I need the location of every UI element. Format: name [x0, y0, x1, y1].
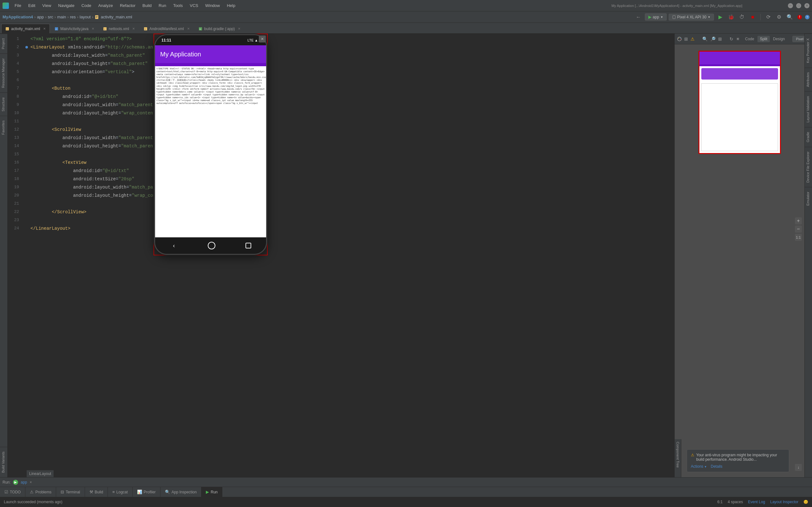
svg-rect-2 — [96, 17, 98, 17]
phone-recents-button[interactable] — [246, 243, 251, 248]
run-close-button[interactable]: × — [30, 480, 32, 485]
structure-tab[interactable]: Structure — [0, 93, 7, 116]
code-line-24: 24 </LinearLayout> — [8, 224, 674, 233]
menu-code[interactable]: Code — [78, 2, 95, 9]
rotate-icon[interactable]: ↻ — [729, 35, 733, 43]
bc-app[interactable]: app — [37, 14, 44, 19]
app-config-dropdown[interactable]: ▶ app ▼ — [645, 13, 667, 20]
device-file-explorer-tab[interactable]: Device File Explorer — [805, 147, 812, 187]
close-tab-1[interactable]: ✕ — [92, 27, 94, 31]
minimize-button[interactable]: ─ — [788, 3, 793, 8]
menu-edit[interactable]: Edit — [25, 2, 38, 9]
run-icon[interactable]: ▶ — [716, 13, 725, 21]
code-line-16: 16 <TextView — [8, 158, 674, 167]
night-mode-icon[interactable]: ☀ — [736, 35, 740, 43]
phone-home-button[interactable] — [208, 242, 215, 249]
app-title: My Application — [160, 51, 201, 58]
debug-icon[interactable]: 🐞 — [727, 13, 735, 21]
phone-back-button[interactable]: ‹ — [170, 242, 177, 249]
design-view-button[interactable]: Design — [770, 36, 787, 42]
phone-notch — [192, 35, 230, 43]
close-tab-4[interactable]: ✕ — [238, 27, 241, 31]
bc-src[interactable]: src — [48, 14, 53, 19]
tab-nettools[interactable]: X nettools.xml ✕ — [99, 24, 139, 33]
view-mode-tabs: Code Split Design — [743, 36, 787, 42]
phone-close-button[interactable]: ✕ — [259, 36, 266, 43]
gradle-tab[interactable]: Gradle — [805, 127, 812, 147]
menu-build[interactable]: Build — [139, 2, 155, 9]
tab-build-gradle[interactable]: G build.gradle (:app) ✕ — [194, 24, 245, 33]
info-indicator[interactable]: ? — [805, 15, 809, 19]
build-tab[interactable]: ⚒ Build — [85, 487, 108, 497]
menu-tools[interactable]: Tools — [170, 2, 186, 9]
profile-icon[interactable]: ⏱ — [738, 13, 746, 21]
logcat-icon: ≡ — [112, 490, 115, 494]
bc-layout[interactable]: layout — [80, 14, 91, 19]
code-line-15: 15 — [8, 150, 674, 158]
zoom-in-icon[interactable]: 🔍 — [702, 35, 708, 43]
menu-navigate[interactable]: Navigate — [55, 2, 78, 9]
bc-main[interactable]: main — [57, 14, 66, 19]
resource-manager-tab[interactable]: Resource Manager — [0, 54, 7, 93]
layout-inspector-link[interactable]: Layout Inspector — [770, 500, 798, 504]
tab-main-activity[interactable]: J MainActivity.java ✕ — [50, 24, 98, 33]
terminal-tab[interactable]: ⊟ Terminal — [56, 487, 85, 497]
close-tab-0[interactable]: ✕ — [43, 27, 46, 31]
profiler-tab[interactable]: 📊 Profiler — [133, 487, 160, 497]
fit-screen-icon[interactable]: ⊞ — [718, 35, 722, 43]
code-view-button[interactable]: Code — [743, 36, 757, 42]
tab-activity-main[interactable]: X activity_main.xml ✕ — [1, 24, 50, 33]
layout-validation-tab[interactable]: Layout Validation — [805, 91, 812, 127]
project-name[interactable]: MyApplication4 — [3, 14, 33, 19]
key-promoter-tab[interactable]: Key Promoter X — [805, 34, 812, 67]
project-tab[interactable]: Project — [0, 34, 7, 54]
attributes-tab[interactable]: Attributes — [805, 67, 812, 91]
details-link[interactable]: Details — [711, 464, 722, 469]
error-indicator[interactable]: ! — [798, 15, 802, 19]
sync-icon[interactable]: ⟳ — [764, 13, 773, 21]
run-app-name[interactable]: app — [20, 480, 27, 485]
menu-analyze[interactable]: Analyze — [95, 2, 116, 9]
bc-filename[interactable]: activity_main.xml — [95, 14, 132, 20]
menu-file[interactable]: File — [11, 2, 24, 9]
logcat-tab[interactable]: ≡ Logcat — [108, 487, 133, 497]
search-icon[interactable]: 🔍 — [785, 13, 794, 21]
app-inspection-tab[interactable]: 🔍 App Inspection — [160, 487, 201, 497]
stop-icon[interactable]: ■ — [748, 13, 757, 21]
zoom-reset-button[interactable]: 1:1 — [795, 234, 802, 241]
bottom-panel: ☑ TODO ⚠ Problems ⊟ Terminal ⚒ Build ≡ L… — [0, 487, 812, 497]
favorites-tab[interactable]: Favorites — [0, 116, 7, 139]
menu-help[interactable]: Help — [223, 2, 239, 9]
emulator-tab[interactable]: Emulator — [805, 187, 812, 210]
menu-view[interactable]: View — [39, 2, 54, 9]
zoom-out-button[interactable]: − — [795, 226, 802, 233]
zoom-out-icon[interactable]: 🔎 — [710, 35, 716, 43]
settings-icon[interactable]: ⚙ — [774, 13, 783, 21]
component-tree-icon[interactable]: ⊞ — [684, 35, 688, 43]
menu-run[interactable]: Run — [155, 2, 169, 9]
menu-refactor[interactable]: Refactor — [117, 2, 139, 9]
palette-icon[interactable] — [677, 35, 681, 43]
menu-vcs[interactable]: VCS — [187, 2, 201, 9]
build-variants-tab[interactable]: Build Variants — [0, 447, 7, 477]
status-message: Launch succeeded (moments ago) — [4, 500, 715, 504]
close-button[interactable]: ✕ — [804, 3, 809, 8]
code-lines: 1 <?xml version="1.0" encoding="utf-8"?>… — [8, 34, 674, 234]
navigate-back-icon[interactable]: ← — [634, 13, 643, 21]
warning-icon[interactable]: ⚠ — [691, 35, 695, 43]
problems-tab[interactable]: ⚠ Problems — [26, 487, 56, 497]
menu-window[interactable]: Window — [202, 2, 223, 9]
zoom-in-button[interactable]: + — [795, 217, 802, 224]
run-tab[interactable]: ▶ Run — [201, 487, 222, 497]
close-tab-2[interactable]: ✕ — [132, 27, 135, 31]
close-tab-3[interactable]: ✕ — [187, 27, 190, 31]
device-dropdown[interactable]: Pixel 4 XL API 30 ▼ — [669, 14, 714, 20]
menu-items: File Edit View Navigate Code Analyze Ref… — [11, 2, 566, 9]
todo-tab[interactable]: ☑ TODO — [0, 487, 26, 497]
actions-dropdown[interactable]: Actions — [691, 464, 707, 469]
maximize-button[interactable]: □ — [796, 3, 801, 8]
split-view-button[interactable]: Split — [757, 36, 770, 42]
event-log-link[interactable]: Event Log — [748, 500, 765, 504]
tab-android-manifest[interactable]: X AndroidManifest.xml ✕ — [140, 24, 194, 33]
bc-res[interactable]: res — [70, 14, 76, 19]
